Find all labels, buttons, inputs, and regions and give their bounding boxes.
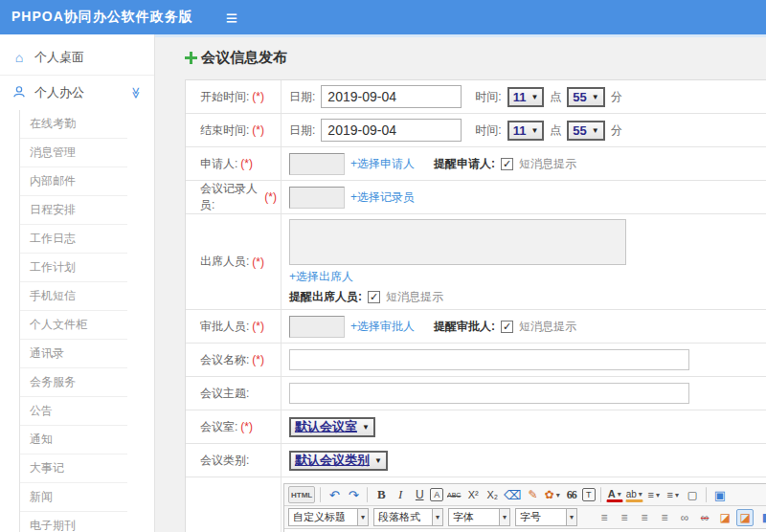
required-mark: (*) (252, 320, 264, 333)
sms-remind-checkbox[interactable]: ✓ (368, 291, 380, 303)
blockquote-icon[interactable]: 66 (563, 486, 580, 503)
approver-input[interactable] (289, 316, 345, 338)
recorder-input[interactable] (289, 187, 345, 209)
sidebar-subitem-label: 在线考勤 (30, 116, 76, 132)
sidebar-subitem-label: 工作日志 (30, 231, 76, 247)
chevron-down-icon: ▼ (362, 423, 370, 432)
paragraph-format-select[interactable]: 段落格式 ▾ (373, 508, 443, 526)
sidebar-item-e-journal[interactable]: 电子期刊 (20, 512, 127, 532)
sidebar-item-personal-office[interactable]: 个人办公 ≫ (0, 76, 154, 110)
eraser-icon[interactable]: ⌫ (503, 486, 522, 503)
sidebar-subitem-label: 新闻 (30, 489, 53, 505)
ordered-list-icon[interactable]: ≡ (645, 486, 663, 503)
sidebar-item-label: 个人办公 (34, 84, 84, 101)
sms-remind-checkbox[interactable]: ✓ (501, 158, 513, 170)
sidebar-item-meeting-services[interactable]: 会务服务 (20, 368, 127, 397)
hour-unit: 点 (550, 122, 561, 139)
sidebar-item-contacts[interactable]: 通讯录 (20, 340, 127, 368)
color-palette-icon[interactable]: ✿ (544, 486, 561, 503)
field-label: 会议主题: (200, 386, 249, 402)
underline-icon[interactable]: U (411, 486, 428, 503)
rich-text-editor: HTML ↶ ↷ B I (283, 483, 766, 532)
strikethrough-icon[interactable]: ABC (445, 486, 462, 503)
meeting-subject-input[interactable] (289, 383, 689, 404)
paste-as-text-icon[interactable]: T (582, 488, 596, 501)
undo-icon[interactable]: ↶ (326, 486, 343, 503)
align-left-icon[interactable]: ≡ (596, 509, 613, 526)
end-minute-select[interactable]: 55 ▼ (567, 121, 604, 141)
superscript-icon[interactable]: X² (464, 486, 482, 503)
sidebar-item-mobile-sms[interactable]: 手机短信 (20, 282, 127, 311)
field-label: 会议类别: (200, 453, 249, 469)
time-sublabel: 时间: (475, 122, 501, 139)
font-family-select[interactable]: 字体 ▾ (448, 508, 510, 526)
sidebar-item-personal-file-cabinet[interactable]: 个人文件柜 (20, 311, 127, 340)
font-size-select[interactable]: 字号 ▾ (515, 508, 577, 526)
applicant-input[interactable] (289, 153, 345, 175)
sidebar-item-announcements[interactable]: 公告 (20, 397, 127, 426)
sidebar-item-online-attendance[interactable]: 在线考勤 (20, 110, 127, 139)
subscript-icon[interactable]: X₂ (484, 486, 501, 503)
fullscreen-icon[interactable]: ▣ (711, 486, 729, 503)
align-justify-icon[interactable]: ≡ (656, 509, 673, 526)
italic-icon[interactable]: I (392, 486, 409, 503)
sidebar-item-personal-desktop[interactable]: ⌂ 个人桌面 (0, 40, 154, 76)
font-color-icon[interactable]: A (606, 487, 623, 502)
align-center-icon[interactable]: ≡ (616, 509, 633, 526)
sidebar-item-notices[interactable]: 通知 (20, 426, 127, 454)
select-approver-link[interactable]: +选择审批人 (350, 319, 415, 335)
form-row-meeting-room: 会议室: (*) 默认会议室 ▼ (186, 410, 766, 444)
start-minute-select[interactable]: 55 ▼ (567, 87, 604, 107)
sidebar-item-message-management[interactable]: 消息管理 (20, 139, 127, 167)
bold-icon[interactable]: B (372, 486, 390, 503)
unlink-icon[interactable]: ∞ (696, 509, 713, 526)
sidebar-item-label: 个人桌面 (34, 49, 84, 66)
select-label: 自定义标题 (289, 510, 357, 524)
start-date-input[interactable] (321, 85, 462, 108)
end-hour-select[interactable]: 11 ▼ (507, 121, 545, 141)
sidebar-item-major-events[interactable]: 大事记 (20, 454, 127, 483)
unordered-list-icon[interactable]: ≡ (665, 486, 682, 503)
link-icon[interactable]: ∞ (676, 509, 693, 526)
sidebar-item-work-plan[interactable]: 工作计划 (20, 254, 127, 282)
editor-toolbar-row1: HTML ↶ ↷ B I (284, 484, 766, 506)
form-row-meeting-name: 会议名称: (*) (186, 344, 766, 377)
required-mark: (*) (252, 90, 264, 103)
redo-icon[interactable]: ↷ (345, 486, 362, 503)
select-applicant-link[interactable]: +选择申请人 (350, 156, 415, 172)
end-date-input[interactable] (321, 119, 462, 142)
highlight-color-icon[interactable]: ab (625, 487, 643, 502)
format-painter-icon[interactable]: ✎ (525, 486, 542, 503)
sms-remind-checkbox[interactable]: ✓ (501, 321, 513, 333)
attendees-textarea[interactable] (289, 219, 626, 265)
menu-toggle-icon[interactable]: ≡ (226, 8, 237, 28)
align-right-icon[interactable]: ≡ (636, 509, 653, 526)
insert-image-icon[interactable]: ◪ (716, 509, 733, 526)
upload-image-icon[interactable]: ◪ (736, 509, 754, 526)
custom-heading-select[interactable]: 自定义标题 ▾ (288, 508, 369, 526)
sidebar-item-work-log[interactable]: 工作日志 (20, 225, 127, 254)
sidebar-item-news[interactable]: 新闻 (20, 483, 127, 512)
start-hour-select[interactable]: 11 ▼ (507, 87, 545, 107)
sidebar-item-schedule[interactable]: 日程安排 (20, 196, 127, 225)
select-recorder-link[interactable]: +选择记录员 (350, 189, 415, 206)
meeting-room-select[interactable]: 默认会议室 ▼ (289, 417, 375, 437)
hour-value: 11 (513, 90, 527, 104)
insert-media-icon[interactable]: ▮ (756, 509, 766, 526)
sidebar-item-internal-mail[interactable]: 内部邮件 (20, 167, 127, 196)
form-row-approver: 审批人员: (*) +选择审批人 提醒审批人: ✓ 短消息提示 (186, 310, 766, 344)
sms-remind-label: 短消息提示 (386, 289, 443, 305)
sidebar-subitem-label: 大事记 (30, 460, 64, 477)
html-source-button[interactable]: HTML (288, 486, 315, 503)
required-mark: (*) (240, 420, 253, 433)
font-border-icon[interactable]: A (430, 488, 443, 501)
meeting-category-select[interactable]: 默认会议类别 ▼ (289, 451, 388, 471)
meeting-name-input[interactable] (289, 349, 689, 370)
sidebar-subitem-label: 日程安排 (30, 202, 76, 218)
select-label: 字体 (449, 510, 499, 524)
field-label: 会议名称: (200, 352, 249, 368)
select-attendees-link[interactable]: +选择出席人 (289, 270, 353, 283)
sidebar-subitem-label: 内部邮件 (30, 173, 76, 189)
new-page-icon[interactable]: ▢ (684, 486, 701, 503)
toolbar-separator (600, 487, 601, 502)
